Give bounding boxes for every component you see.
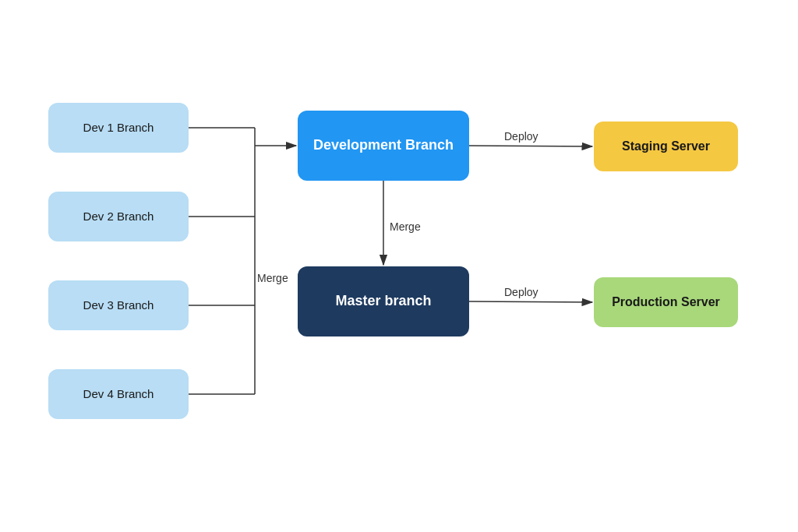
merge-label: Merge <box>257 272 288 284</box>
svg-line-9 <box>469 301 592 302</box>
development-branch: Development Branch <box>298 111 469 181</box>
dev4-branch: Dev 4 Branch <box>48 369 189 419</box>
dev1-branch: Dev 1 Branch <box>48 103 189 153</box>
production-server: Production Server <box>594 277 738 327</box>
dev3-branch: Dev 3 Branch <box>48 280 189 330</box>
deploy-staging-label: Deploy <box>504 130 538 143</box>
merge-vertical-label: Merge <box>390 220 421 233</box>
staging-server: Staging Server <box>594 122 738 171</box>
svg-line-7 <box>469 146 592 146</box>
deploy-production-label: Deploy <box>504 286 538 298</box>
dev2-branch: Dev 2 Branch <box>48 192 189 241</box>
master-branch: Master branch <box>298 266 469 336</box>
diagram: Merge Deploy Merge Deploy Dev 1 Branch D… <box>25 25 773 508</box>
